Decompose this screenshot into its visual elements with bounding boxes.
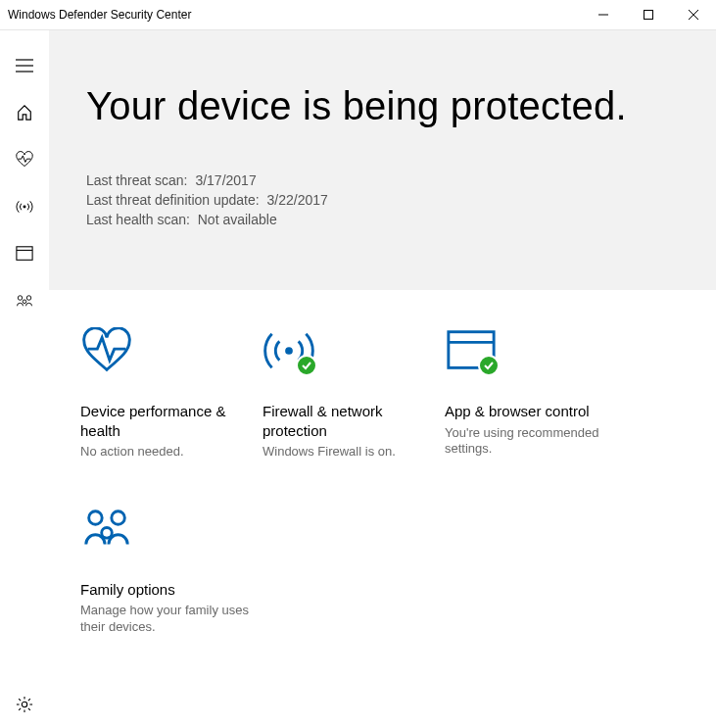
hamburger-icon [16, 57, 33, 74]
card-title: App & browser control [445, 402, 627, 421]
card-icon-wrap [80, 506, 263, 574]
card-family[interactable]: Family options Manage how your family us… [80, 506, 263, 636]
sidebar [0, 30, 49, 728]
card-app-browser[interactable]: App & browser control You're using recom… [445, 327, 627, 461]
sidebar-item-health[interactable] [0, 136, 49, 183]
cards-grid: Device performance & health No action ne… [49, 290, 716, 681]
stat-value: 3/17/2017 [195, 172, 256, 188]
svg-line-21 [19, 708, 21, 710]
titlebar: Windows Defender Security Center [0, 0, 716, 30]
sidebar-item-firewall[interactable] [0, 183, 49, 230]
window-title: Windows Defender Security Center [8, 8, 581, 22]
card-desc: No action needed. [80, 444, 263, 461]
minimize-icon [598, 10, 608, 20]
menu-button[interactable] [0, 42, 49, 89]
family-icon [16, 292, 33, 310]
heartbeat-icon [16, 151, 33, 169]
maximize-icon [644, 10, 653, 20]
close-icon [689, 10, 698, 20]
stat-label: Last health scan: [86, 212, 190, 227]
sidebar-item-home[interactable] [0, 89, 49, 136]
gear-icon [16, 696, 33, 713]
card-device-health[interactable]: Device performance & health No action ne… [80, 327, 263, 461]
maximize-button[interactable] [626, 0, 671, 29]
svg-rect-1 [644, 11, 653, 20]
card-desc: Manage how your family uses their device… [80, 603, 263, 636]
svg-point-10 [18, 296, 23, 301]
card-firewall[interactable]: Firewall & network protection Windows Fi… [263, 327, 445, 461]
svg-point-22 [285, 347, 293, 355]
svg-line-20 [28, 699, 30, 701]
stat-value: 3/22/2017 [267, 192, 328, 208]
card-icon-wrap [263, 327, 445, 396]
svg-point-11 [26, 296, 31, 301]
content-area: Your device is being protected. Last thr… [49, 30, 716, 728]
sidebar-item-settings[interactable] [0, 681, 49, 728]
svg-line-19 [28, 708, 30, 710]
card-title: Family options [80, 580, 263, 600]
family-icon [80, 506, 133, 553]
status-ok-badge [478, 355, 500, 376]
card-icon-wrap [80, 327, 263, 396]
status-ok-badge [296, 355, 317, 376]
checkmark-icon [483, 360, 495, 371]
card-desc: Windows Firewall is on. [263, 444, 445, 461]
svg-point-26 [112, 511, 125, 525]
sidebar-item-app-browser[interactable] [0, 230, 49, 277]
checkmark-icon [301, 360, 312, 371]
svg-rect-8 [17, 247, 32, 260]
heartbeat-icon [80, 327, 133, 374]
svg-point-27 [102, 527, 113, 538]
card-desc: You're using recommended settings. [445, 425, 627, 459]
hero-title: Your device is being protected. [86, 84, 679, 128]
card-title: Device performance & health [80, 402, 263, 440]
stat-value: Not available [198, 212, 277, 227]
home-icon [16, 104, 33, 121]
hero-stats: Last threat scan: 3/17/2017 Last threat … [86, 172, 679, 227]
window-controls [581, 0, 716, 29]
card-icon-wrap [445, 327, 627, 396]
stat-label: Last threat scan: [86, 172, 188, 188]
broadcast-icon [16, 198, 33, 216]
card-title: Firewall & network protection [263, 402, 445, 440]
close-button[interactable] [671, 0, 716, 29]
stat-last-health-scan: Last health scan: Not available [86, 212, 679, 227]
stat-label: Last threat definition update: [86, 192, 260, 208]
svg-point-12 [23, 300, 26, 304]
hero-panel: Your device is being protected. Last thr… [49, 30, 716, 290]
sidebar-item-family[interactable] [0, 277, 49, 324]
svg-line-18 [19, 699, 21, 701]
window-icon [16, 245, 33, 263]
minimize-button[interactable] [581, 0, 626, 29]
stat-last-threat-scan: Last threat scan: 3/17/2017 [86, 172, 679, 188]
stat-last-definition-update: Last threat definition update: 3/22/2017 [86, 192, 679, 208]
svg-point-25 [89, 511, 103, 525]
svg-point-13 [22, 702, 26, 706]
svg-point-7 [24, 206, 26, 209]
